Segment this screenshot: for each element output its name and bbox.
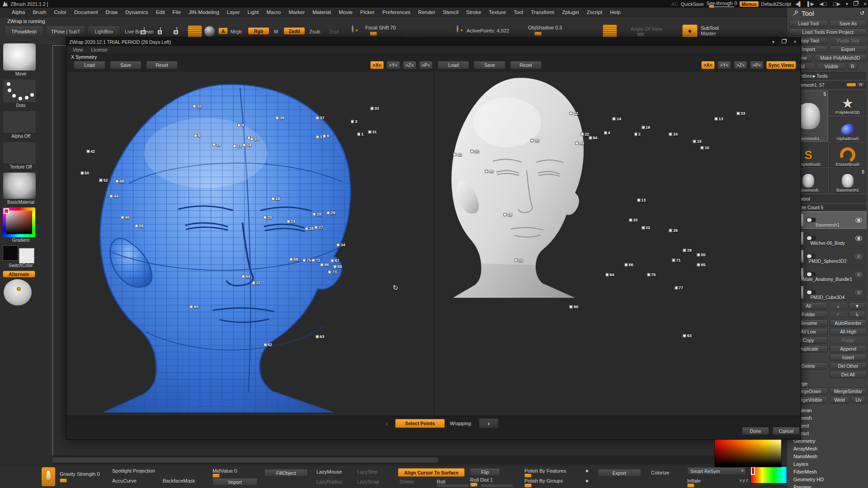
lightbox-button[interactable]: LightBox [88,26,120,37]
point-marker[interactable]: 75 [647,272,656,277]
load-tools-from-project-button[interactable]: Load Tools From Project [789,28,867,36]
mergesimilar-button[interactable]: MergeSimilar [830,388,867,395]
material-sphere-icon[interactable] [204,26,215,37]
point-marker[interactable]: 4 [237,123,244,127]
point-marker[interactable]: 30 [531,139,539,143]
point-marker[interactable]: 13 [715,117,723,121]
point-marker[interactable]: 62 [264,343,272,347]
tool-palette-header[interactable]: Tool ↺ [787,8,868,19]
rgb-toggle[interactable]: Rgb [248,27,269,35]
zwrap-menu-view[interactable]: View [73,47,83,52]
point-marker[interactable]: 46 [121,216,129,220]
doc-m-icon[interactable]: M [144,27,145,33]
point-marker[interactable]: 27 [315,225,323,230]
lazystep-slider-label[interactable]: LazyStep [357,469,378,474]
zadd-toggle[interactable]: Zadd [283,27,305,35]
visible-button[interactable]: Visible [817,63,846,70]
point-marker[interactable]: 67 [331,258,340,263]
menu-draw[interactable]: Draw [105,9,118,15]
shelf-item-basicmaterial[interactable]: BasicMaterial [3,172,39,205]
next-step-button[interactable]: › [479,418,499,428]
visibility-eye-icon[interactable] [855,218,862,223]
point-marker[interactable]: 71 [311,258,320,262]
tposemesh-button[interactable]: TPoseMesh [5,26,43,37]
gradient-color-picker[interactable] [714,439,782,467]
menu-picker[interactable]: Picker [360,9,375,15]
axis-button--z-[interactable]: >Z< [403,61,416,69]
see-through-sheet-icon[interactable] [603,24,617,38]
point-marker[interactable]: 1 [357,132,363,136]
point-marker[interactable]: 44 [576,141,584,145]
point-marker[interactable]: 42 [453,152,462,156]
zwrap-save-left-button[interactable]: Save [474,61,505,69]
point-marker[interactable]: 29 [683,249,692,253]
lazyradius-slider-label[interactable]: LazyRadius [316,479,342,484]
menu-render[interactable]: Render [418,9,435,15]
move-in-icon[interactable]: ↳ [849,311,866,318]
visibility-eye-icon[interactable] [855,290,862,295]
lazymouse-toggle[interactable]: LazyMouse [316,469,342,474]
section-preview[interactable]: Preview [787,483,868,488]
accucurve-toggle[interactable]: AccuCurve [112,478,137,483]
axis-button--y-[interactable]: >Y< [717,61,731,69]
shelf-item-switchcolor[interactable]: SwitchColor [3,245,39,268]
axis-button--p-[interactable]: >P< [419,61,433,69]
point-marker[interactable]: 12 [233,144,242,148]
zwrap-reset-left-button[interactable]: Reset [510,61,542,69]
tpose-subt-button[interactable]: TPose | SubT [46,26,85,37]
point-marker[interactable]: 6 [194,133,200,137]
point-marker[interactable]: 50 [471,150,479,154]
menu-help[interactable]: Help [610,9,621,15]
smart-resym-axis[interactable]: x [741,468,744,473]
point-marker[interactable]: 94 [589,136,597,140]
polypaint-toggle[interactable] [806,290,816,295]
align-cursor-to-surface-toggle[interactable]: Align Cursor To Surface [398,468,465,477]
point-marker[interactable]: 50 [80,171,89,175]
point-marker[interactable]: 65 [333,265,342,269]
tool-thumb-alphabrush[interactable]: AlphaBrush [829,117,866,141]
export-tray-button[interactable]: Export [598,469,641,477]
point-marker[interactable]: 56 [504,213,512,217]
r-button-2[interactable]: R [857,82,865,87]
point-marker[interactable]: 4 [604,131,610,135]
restore-config-icon[interactable]: ↺ [860,10,864,16]
point-marker[interactable]: 36 [276,116,284,120]
point-marker[interactable]: 60 [190,305,198,309]
shelf-item-alpha-off[interactable]: Alpha Off [3,111,39,139]
make-polymesh3d-button[interactable]: Make PolyMesh3D [814,54,866,61]
point-marker[interactable]: 13 [637,198,646,202]
point-marker[interactable]: 8 [323,134,329,138]
point-marker[interactable]: 20 [263,216,272,220]
axis-button--y-[interactable]: >Y< [387,61,400,69]
menu-light[interactable]: Light [248,9,259,15]
point-marker[interactable]: 32 [193,104,201,108]
point-marker[interactable]: 66 [321,263,329,267]
fillobject-button[interactable]: FillObject [264,469,308,477]
polypaint-toggle[interactable] [806,218,816,222]
autoreorder-button[interactable]: AutoReorder [830,319,867,327]
zwrap-load-left-button[interactable]: Load [438,61,469,69]
menu-zscript[interactable]: Zscript [587,9,603,15]
alternate-button[interactable]: Alternate [3,271,35,277]
point-marker[interactable]: 64 [241,274,250,278]
tray-scroll-left-icon[interactable]: ◀▌ [794,2,803,6]
divider-left-icon[interactable]: ◀▢ [818,2,829,6]
visibility-eye-icon[interactable] [855,272,862,277]
point-marker[interactable]: 64 [606,272,614,277]
gravity-brush-icon[interactable] [42,467,55,486]
point-marker[interactable]: 26 [669,229,678,233]
r-button[interactable]: R [848,63,858,70]
export-button[interactable]: Export [830,46,867,53]
point-marker[interactable]: 56 [135,224,143,228]
point-marker[interactable]: 63 [683,333,692,338]
select-points-tab[interactable]: Select Points [395,419,445,428]
cancel-button[interactable]: Cancel [773,427,800,435]
visibility-eye-icon[interactable] [855,236,862,241]
point-marker[interactable]: 28 [313,212,321,216]
divider-right-icon[interactable]: ▢▶ [831,2,842,6]
alpha-channel-button[interactable]: A [218,28,228,34]
point-marker[interactable]: 18 [271,197,280,201]
mrgb-toggle[interactable]: Mrgb [231,29,242,34]
point-marker[interactable]: 42 [86,150,95,154]
menu-preferences[interactable]: Preferences [382,9,410,15]
